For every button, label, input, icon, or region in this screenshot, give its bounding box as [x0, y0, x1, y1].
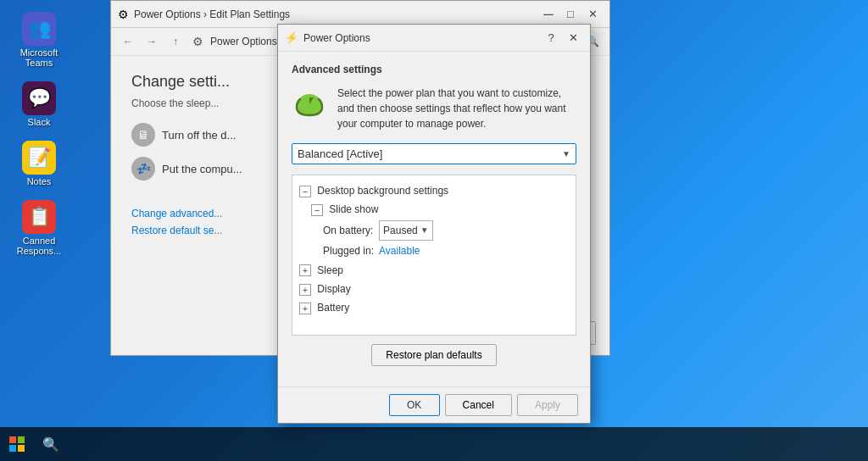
expand-display[interactable]: +	[299, 284, 311, 296]
on-battery-label: On battery:	[323, 225, 376, 236]
display-label: Display	[317, 283, 350, 295]
plan-dropdown[interactable]: Balanced [Active] ▼	[292, 143, 576, 164]
cancel-button[interactable]: Cancel	[445, 394, 512, 416]
expand-sleep[interactable]: +	[299, 264, 311, 276]
dialog-close-button[interactable]: ✕	[563, 29, 583, 47]
tree-item-slideshow: − Slide show	[299, 201, 569, 218]
desktop-bg-label: Desktop background settings	[317, 185, 448, 197]
dialog-dropdown-row: Balanced [Active] ▼	[292, 143, 576, 164]
on-battery-value: Paused	[383, 222, 418, 239]
tree-item-display: + Display	[299, 280, 569, 297]
restore-plan-button[interactable]: Restore plan defaults	[371, 344, 496, 366]
slideshow-label: Slide show	[329, 203, 378, 215]
restore-row: Restore plan defaults	[292, 344, 576, 366]
dialog-desc-icon	[292, 86, 327, 121]
tree-item-on-battery: On battery: Paused ▼	[299, 220, 569, 241]
dialog-title-buttons: ? ✕	[541, 29, 583, 47]
expand-desktop-bg[interactable]: −	[299, 186, 311, 197]
expand-battery[interactable]: +	[299, 303, 311, 314]
tree-item-plugged-in: Plugged in: Available	[299, 242, 569, 259]
dialog-section-title: Advanced settings	[292, 64, 576, 75]
on-battery-arrow-icon: ▼	[420, 223, 429, 237]
dialog-help-button[interactable]: ?	[541, 29, 561, 47]
settings-tree: − Desktop background settings − Slide sh…	[292, 175, 576, 336]
dialog-power-icon: ⚡	[285, 31, 298, 45]
tree-item-sleep: + Sleep	[299, 262, 569, 279]
plan-dropdown-value: Balanced [Active]	[298, 147, 382, 160]
apply-button[interactable]: Apply	[517, 394, 578, 416]
dialog-footer: OK Cancel Apply	[278, 386, 590, 423]
dialog-description: Select the power plan that you want to c…	[292, 86, 576, 131]
dialog-overlay: ⚡ Power Options ? ✕ Advanced settings	[0, 0, 868, 461]
battery-label: Battery	[317, 302, 349, 314]
expand-slideshow[interactable]: −	[311, 204, 323, 216]
dropdown-arrow-icon: ▼	[562, 149, 570, 158]
power-options-icon-svg	[292, 86, 327, 121]
tree-item-desktop-bg: − Desktop background settings	[299, 182, 569, 199]
tree-item-battery: + Battery	[299, 299, 569, 316]
plugged-in-value[interactable]: Available	[379, 245, 420, 257]
dialog-title: Power Options	[303, 32, 541, 44]
sleep-label: Sleep	[317, 264, 343, 276]
dialog-body: Advanced settings Select the power plan …	[278, 52, 590, 386]
power-options-dialog: ⚡ Power Options ? ✕ Advanced settings	[277, 24, 591, 424]
ok-button[interactable]: OK	[389, 394, 440, 416]
plugged-in-label: Plugged in:	[323, 245, 376, 257]
dialog-desc-text: Select the power plan that you want to c…	[337, 86, 576, 131]
dialog-titlebar: ⚡ Power Options ? ✕	[278, 25, 590, 52]
on-battery-dropdown[interactable]: Paused ▼	[379, 220, 433, 241]
